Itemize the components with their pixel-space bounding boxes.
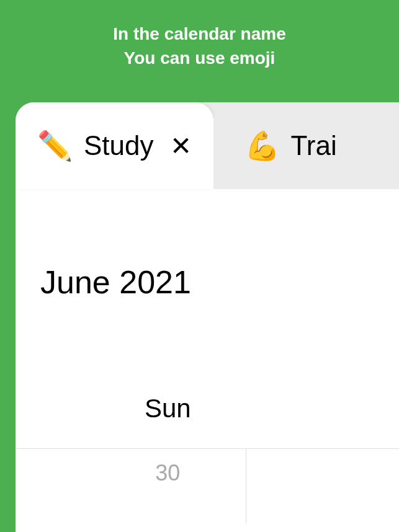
- pencil-icon: ✏️: [37, 131, 73, 160]
- tab-label: Study: [84, 130, 154, 161]
- calendar-app-window: ✏️ Study ✕ 💪 Trai June 2021 Sun 30: [16, 102, 399, 532]
- day-number: 30: [155, 460, 180, 485]
- weekday-header-sun: Sun: [145, 301, 399, 423]
- promo-line-1: In the calendar name: [0, 22, 399, 46]
- calendar-grid-row: 30: [16, 448, 399, 523]
- month-title: June 2021: [16, 189, 399, 301]
- calendar-cell[interactable]: [246, 449, 400, 523]
- tab-training[interactable]: 💪 Trai: [213, 102, 359, 189]
- tabs-row: ✏️ Study ✕ 💪 Trai: [16, 102, 399, 189]
- promo-line-2: You can use emoji: [0, 46, 399, 70]
- promo-banner: In the calendar name You can use emoji: [0, 0, 399, 70]
- close-icon[interactable]: ✕: [170, 131, 192, 161]
- tab-study[interactable]: ✏️ Study ✕: [16, 102, 213, 189]
- calendar-cell-prev-30[interactable]: 30: [90, 449, 246, 523]
- tab-label: Trai: [291, 130, 337, 161]
- flexed-bicep-icon: 💪: [244, 131, 280, 160]
